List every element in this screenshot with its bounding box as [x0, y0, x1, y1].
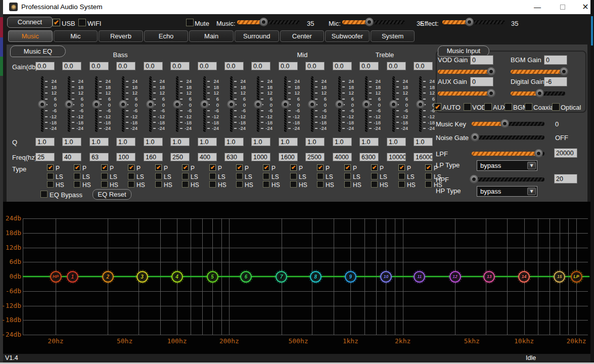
source-optical-checkbox[interactable] — [552, 103, 560, 111]
eq-type-p-checkbox-10[interactable]: ✔ — [290, 164, 297, 171]
eq-freq-input-8[interactable] — [224, 153, 244, 161]
tab-surround[interactable]: Surround — [235, 30, 279, 42]
eq-band-slider-handle-14[interactable] — [389, 100, 398, 109]
tab-echo[interactable]: Echo — [144, 30, 189, 42]
source-bgm-checkbox[interactable] — [505, 103, 512, 111]
tab-center[interactable]: Center — [280, 30, 325, 42]
eq-q-input-5[interactable] — [144, 138, 163, 146]
eq-type-hs-checkbox-11[interactable] — [317, 181, 324, 188]
eq-gain-input-10[interactable] — [279, 62, 298, 70]
eq-band-slider-handle-5[interactable] — [146, 100, 155, 109]
eq-type-p-checkbox-4[interactable]: ✔ — [128, 164, 134, 171]
eq-freq-input-4[interactable] — [116, 153, 135, 161]
eq-gain-input-6[interactable] — [170, 62, 190, 70]
eq-type-hs-checkbox-7[interactable] — [209, 181, 216, 188]
eq-point-4[interactable]: 4 — [171, 271, 183, 283]
bgm-gain-slider-track[interactable] — [511, 70, 565, 74]
eq-type-ls-checkbox-9[interactable] — [263, 173, 269, 179]
eq-point-9[interactable]: 9 — [345, 271, 356, 283]
eq-q-input-2[interactable] — [62, 138, 81, 146]
lpf-slider-track[interactable] — [472, 152, 544, 156]
eq-gain-input-8[interactable] — [224, 62, 244, 70]
eq-freq-input-14[interactable] — [387, 153, 406, 161]
vod-gain-input[interactable] — [470, 55, 493, 65]
tab-music[interactable]: Music — [8, 30, 53, 42]
eq-freq-input-5[interactable] — [144, 153, 163, 161]
eq-type-p-checkbox-14[interactable]: ✔ — [398, 164, 405, 171]
eq-q-input-6[interactable] — [170, 138, 190, 146]
noise-gate-slider-track[interactable] — [472, 135, 544, 140]
eq-type-hs-checkbox-12[interactable] — [344, 181, 351, 188]
eq-type-hs-checkbox-5[interactable] — [155, 181, 162, 188]
eq-type-hs-checkbox-1[interactable] — [47, 181, 54, 188]
eq-type-p-checkbox-3[interactable]: ✔ — [101, 164, 108, 171]
eq-point-7[interactable]: 7 — [276, 271, 287, 283]
effect-level-slider-handle[interactable] — [465, 18, 474, 26]
eq-point-11[interactable]: 11 — [414, 271, 425, 283]
eq-type-hs-checkbox-9[interactable] — [263, 181, 269, 188]
eq-band-slider-handle-3[interactable] — [92, 100, 101, 109]
eq-point-13[interactable]: 13 — [483, 271, 495, 283]
tab-subwoofer[interactable]: Subwoofer — [325, 30, 370, 42]
eq-band-slider-handle-6[interactable] — [173, 100, 181, 109]
eq-point-14[interactable]: 14 — [518, 271, 530, 283]
eq-q-input-12[interactable] — [333, 138, 352, 146]
source-auto-checkbox[interactable]: ✔ — [434, 103, 441, 111]
aux-gain-input[interactable] — [470, 77, 493, 86]
eq-point-12[interactable]: 12 — [449, 271, 461, 283]
eq-type-p-checkbox-9[interactable]: ✔ — [263, 164, 269, 171]
usb-checkbox[interactable]: ✔ — [53, 19, 60, 26]
bgm-gain-slider-handle[interactable] — [560, 67, 568, 76]
eq-band-slider-handle-2[interactable] — [65, 100, 73, 109]
eq-gain-input-11[interactable] — [305, 62, 325, 70]
eq-gain-input-5[interactable] — [144, 62, 163, 70]
eq-point-6[interactable]: 6 — [240, 271, 252, 283]
eq-band-slider-handle-7[interactable] — [200, 100, 209, 109]
bgm-gain-input[interactable] — [544, 55, 567, 65]
eq-gain-input-1[interactable] — [35, 62, 55, 70]
source-coaxial-checkbox[interactable] — [525, 103, 532, 111]
hp-type-dropdown[interactable]: bypass▼ — [477, 186, 537, 197]
eq-q-input-15[interactable] — [414, 138, 433, 146]
mute-checkbox[interactable] — [186, 19, 194, 26]
eq-band-slider-handle-10[interactable] — [281, 100, 290, 109]
lpf-slider-handle[interactable] — [534, 149, 543, 158]
eq-band-slider-handle-11[interactable] — [308, 100, 316, 109]
eq-point-8[interactable]: 8 — [310, 271, 322, 283]
mic-level-slider-track[interactable] — [342, 20, 405, 24]
eq-freq-input-6[interactable] — [170, 153, 190, 161]
music-level-slider-track[interactable] — [237, 20, 300, 24]
eq-type-ls-checkbox-7[interactable] — [209, 173, 216, 179]
eq-band-slider-handle-13[interactable] — [362, 100, 371, 109]
eq-point-hp[interactable]: HP — [50, 271, 62, 283]
eq-type-hs-checkbox-15[interactable] — [425, 181, 432, 188]
digital-gain-input[interactable] — [544, 77, 567, 86]
eq-type-hs-checkbox-10[interactable] — [290, 181, 297, 188]
eq-type-p-checkbox-2[interactable]: ✔ — [74, 164, 80, 171]
eq-q-input-13[interactable] — [359, 138, 379, 146]
hpf-slider-track[interactable] — [472, 177, 544, 181]
eq-point-lp[interactable]: LP — [571, 271, 582, 283]
eq-freq-input-13[interactable] — [359, 153, 379, 161]
eq-type-ls-checkbox-15[interactable] — [425, 173, 432, 179]
eq-type-ls-checkbox-8[interactable] — [236, 173, 243, 179]
tab-reverb[interactable]: Reverb — [99, 30, 143, 42]
eq-freq-input-9[interactable] — [251, 153, 270, 161]
eq-point-10[interactable]: 10 — [380, 271, 392, 283]
eq-type-p-checkbox-12[interactable]: ✔ — [344, 164, 351, 171]
eq-gain-input-2[interactable] — [62, 62, 81, 70]
lpf-input[interactable] — [554, 148, 577, 158]
eq-band-slider-handle-9[interactable] — [254, 100, 262, 109]
eq-type-ls-checkbox-10[interactable] — [290, 173, 297, 179]
eq-type-hs-checkbox-4[interactable] — [128, 181, 134, 188]
eq-type-hs-checkbox-2[interactable] — [74, 181, 80, 188]
eq-type-ls-checkbox-14[interactable] — [398, 173, 405, 179]
vod-gain-slider-track[interactable] — [438, 70, 492, 74]
eq-type-hs-checkbox-14[interactable] — [398, 181, 405, 188]
wifi-checkbox[interactable] — [78, 19, 86, 26]
eq-freq-input-1[interactable] — [35, 153, 55, 161]
eq-type-hs-checkbox-8[interactable] — [236, 181, 243, 188]
tab-mic[interactable]: Mic — [54, 30, 98, 42]
eq-point-5[interactable]: 5 — [207, 271, 218, 283]
aux-gain-slider-handle[interactable] — [487, 89, 495, 98]
